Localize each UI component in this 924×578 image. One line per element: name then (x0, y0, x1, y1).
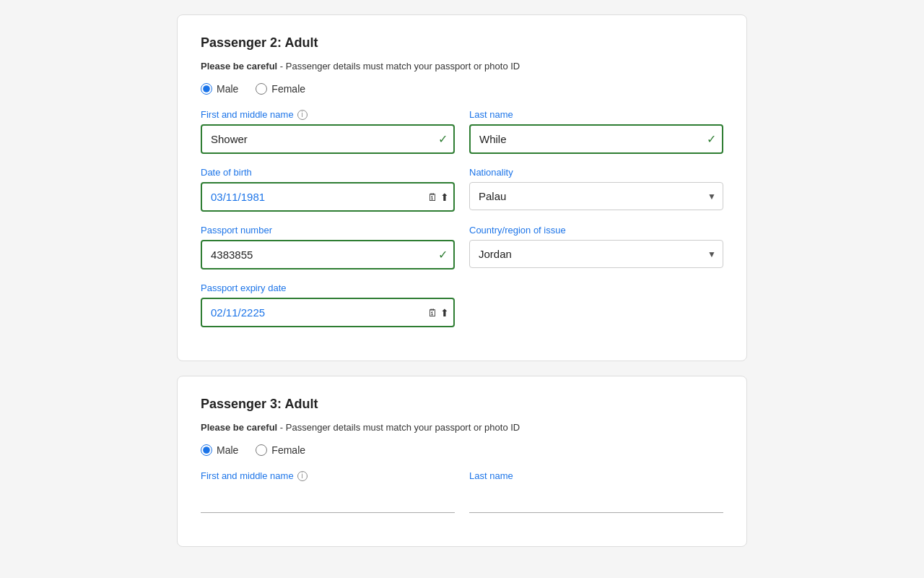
p3-last-name-input-wrapper (469, 486, 723, 513)
warning-text-suffix: - Passenger details must match your pass… (277, 61, 520, 72)
passport-expiry-group: Passport expiry date 🗓 ⬆ (201, 282, 455, 327)
p3-first-name-input-wrapper (201, 486, 455, 513)
dob-group: Date of birth 🗓 ⬆ (201, 167, 455, 212)
passport-expiry-input[interactable] (201, 298, 455, 327)
female-radio-label[interactable]: Female (256, 83, 305, 95)
country-issue-select-wrapper: Jordan ▼ (469, 240, 723, 268)
female-label: Female (271, 83, 305, 95)
passport-number-group: Passport number ✓ (201, 225, 455, 269)
male-label: Male (217, 83, 238, 95)
passenger-3-card: Passenger 3: Adult Please be careful - P… (177, 376, 747, 547)
first-name-label: First and middle name i (201, 109, 455, 120)
p3-male-radio-label[interactable]: Male (201, 444, 238, 456)
dob-input-wrapper: 🗓 ⬆ (201, 182, 455, 212)
expiry-placeholder-group (469, 282, 723, 327)
dob-label: Date of birth (201, 167, 455, 178)
nationality-select[interactable]: Palau (469, 182, 723, 210)
male-radio-label[interactable]: Male (201, 83, 238, 95)
first-name-input[interactable] (201, 124, 455, 154)
passport-number-input-wrapper: ✓ (201, 240, 455, 269)
country-issue-group: Country/region of issue Jordan ▼ (469, 225, 723, 269)
p3-male-label: Male (217, 444, 238, 456)
p3-first-name-label: First and middle name i (201, 470, 455, 481)
nationality-label: Nationality (469, 167, 723, 178)
passport-expiry-row: Passport expiry date 🗓 ⬆ (201, 282, 723, 327)
passport-expiry-label: Passport expiry date (201, 282, 455, 293)
p3-first-name-input[interactable] (201, 486, 455, 513)
p3-last-name-input[interactable] (469, 486, 723, 513)
p3-first-name-group: First and middle name i (201, 470, 455, 513)
female-radio[interactable] (256, 83, 267, 95)
last-name-group: Last name ✓ (469, 109, 723, 154)
p3-male-radio[interactable] (201, 444, 212, 456)
name-row: First and middle name i ✓ Last name ✓ (201, 109, 723, 154)
p3-name-row: First and middle name i Last name (201, 470, 723, 513)
last-name-input[interactable] (469, 124, 723, 154)
passenger-2-title: Passenger 2: Adult (201, 35, 723, 51)
male-radio[interactable] (201, 83, 212, 95)
first-name-input-wrapper: ✓ (201, 124, 455, 154)
passport-expiry-input-wrapper: 🗓 ⬆ (201, 298, 455, 327)
nationality-select-wrapper: Palau ▼ (469, 182, 723, 210)
warning-bold: Please be careful (201, 61, 277, 72)
p3-first-name-info-icon[interactable]: i (297, 471, 308, 481)
p3-female-radio[interactable] (256, 444, 267, 456)
passenger-3-warning: Please be careful - Passenger details mu… (201, 422, 723, 433)
passport-country-row: Passport number ✓ Country/region of issu… (201, 225, 723, 269)
passenger-3-title: Passenger 3: Adult (201, 397, 723, 412)
p3-gender-radio-group: Male Female (201, 444, 723, 456)
nationality-group: Nationality Palau ▼ (469, 167, 723, 212)
last-name-input-wrapper: ✓ (469, 124, 723, 154)
p3-female-label: Female (271, 444, 305, 456)
p3-warning-bold: Please be careful (201, 422, 277, 433)
passenger-2-warning: Please be careful - Passenger details mu… (201, 61, 723, 72)
passport-number-input[interactable] (201, 240, 455, 269)
p3-last-name-group: Last name (469, 470, 723, 513)
p3-warning-text-suffix: - Passenger details must match your pass… (277, 422, 520, 433)
gender-radio-group: Male Female (201, 83, 723, 95)
passenger-2-card: Passenger 2: Adult Please be careful - P… (177, 14, 747, 361)
last-name-label: Last name (469, 109, 723, 120)
country-issue-select[interactable]: Jordan (469, 240, 723, 268)
first-name-group: First and middle name i ✓ (201, 109, 455, 154)
p3-last-name-label: Last name (469, 470, 723, 481)
first-name-info-icon[interactable]: i (297, 110, 308, 120)
dob-nationality-row: Date of birth 🗓 ⬆ Nationality Palau ▼ (201, 167, 723, 212)
country-issue-label: Country/region of issue (469, 225, 723, 236)
p3-female-radio-label[interactable]: Female (256, 444, 305, 456)
passport-number-label: Passport number (201, 225, 455, 236)
dob-input[interactable] (201, 182, 455, 212)
